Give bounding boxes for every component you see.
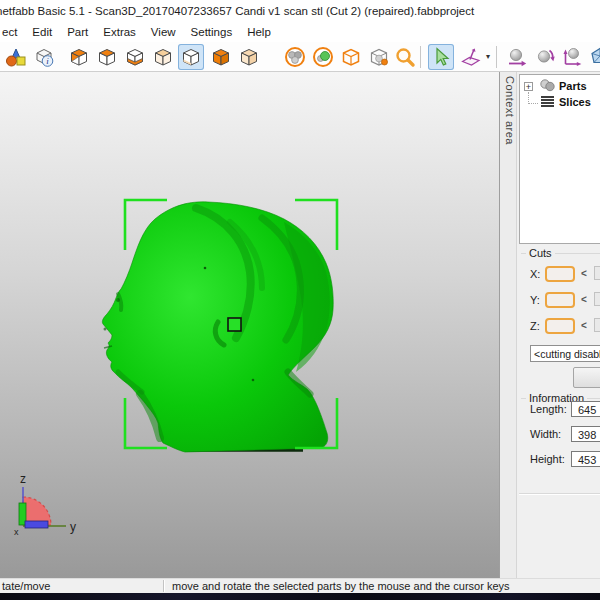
parts-icon <box>539 78 556 92</box>
menu-item-project[interactable]: ect <box>2 26 17 38</box>
bounding-box-icon <box>340 46 362 68</box>
rotate-view-tool-button[interactable] <box>458 44 484 70</box>
view-bottom-cube-icon <box>124 46 146 68</box>
y-axis-bar <box>25 521 48 528</box>
view-front-cube-icon <box>210 46 232 68</box>
platform-part-button[interactable] <box>366 44 392 70</box>
height-label: Height: <box>530 453 565 465</box>
y-axis-label: y <box>70 520 76 534</box>
cut-y-input[interactable] <box>545 292 575 308</box>
slices-icon <box>541 96 554 107</box>
view-top-cube-icon <box>96 46 118 68</box>
cuts-group-title: Cuts <box>526 247 555 259</box>
context-panel-content: + Parts Slices Cuts X: < Y: < Z: < <cutt… <box>517 72 600 578</box>
part-info-button[interactable]: i <box>31 44 57 70</box>
length-value: 645 <box>571 401 600 417</box>
show-selected-part-icon <box>312 46 334 68</box>
view-bottom-button[interactable] <box>122 44 148 70</box>
cut-y-slider-arrow[interactable]: < <box>581 294 587 305</box>
view-rear-button[interactable] <box>150 44 176 70</box>
execute-cut-button[interactable] <box>573 367 600 388</box>
length-label: Length: <box>530 403 567 415</box>
menu-item-edit[interactable]: Edit <box>32 26 52 38</box>
width-value: 398 <box>571 426 600 442</box>
rotate-view-dropdown-caret[interactable]: ▾ <box>486 52 490 61</box>
part-info-icon: i <box>33 46 55 68</box>
mesh-edit-icon <box>589 46 600 68</box>
menu-item-part[interactable]: Part <box>67 26 88 38</box>
bounding-box-button[interactable] <box>338 44 364 70</box>
rotate-part-button[interactable] <box>532 44 558 70</box>
cut-x-slider[interactable] <box>594 266 600 280</box>
toolbar-separator-2 <box>496 46 497 68</box>
rotate-view-tool-icon <box>460 46 482 68</box>
x-axis-label: x <box>14 527 19 537</box>
menu-bar: ect Edit Part Extras View Settings Help <box>0 22 600 42</box>
cut-z-label: Z: <box>530 320 544 332</box>
tree-connector-h <box>528 103 538 104</box>
show-parts-icon <box>284 46 306 68</box>
panel-separator <box>519 493 600 494</box>
cut-y-label: Y: <box>530 294 544 306</box>
parts-tree[interactable]: + Parts Slices <box>519 74 600 244</box>
view-front-button[interactable] <box>208 44 234 70</box>
select-cursor-button[interactable] <box>428 44 454 70</box>
primitives-button[interactable] <box>3 44 29 70</box>
model-head[interactable] <box>102 202 333 452</box>
view-right-cube-icon <box>180 46 202 68</box>
view-iso-button[interactable] <box>236 44 262 70</box>
view-top-button[interactable] <box>94 44 120 70</box>
z-axis-label: z <box>20 472 26 486</box>
cut-x-label: X: <box>530 268 544 280</box>
move-part-button[interactable] <box>504 44 530 70</box>
cut-z-slider[interactable] <box>594 318 600 332</box>
status-divider <box>163 580 164 592</box>
axes-widget: z y x <box>14 472 76 537</box>
view-iso-cube-icon <box>238 46 260 68</box>
status-mode: tate/move <box>2 579 50 593</box>
status-bar: tate/move move and rotate the selected p… <box>0 578 600 593</box>
cut-x-slider-arrow[interactable]: < <box>581 268 587 279</box>
height-value: 453 <box>571 451 600 467</box>
toolbar-separator <box>420 46 421 68</box>
mesh-edit-button[interactable] <box>587 44 600 70</box>
tree-item-parts[interactable]: Parts <box>559 80 587 92</box>
window-title: netfabb Basic 5.1 - Scan3D_2017040723365… <box>0 0 600 22</box>
tree-item-slices[interactable]: Slices <box>559 96 591 108</box>
context-panel: Context area + Parts Slices Cuts X: < Y:… <box>499 72 600 578</box>
tree-expander[interactable]: + <box>524 82 533 91</box>
zoom-icon <box>394 46 416 68</box>
move-axes-icon <box>561 46 583 68</box>
move-part-icon <box>506 46 528 68</box>
show-parts-button[interactable] <box>282 44 308 70</box>
show-selected-part-button[interactable] <box>310 44 336 70</box>
select-cursor-icon <box>430 46 452 68</box>
menu-item-settings[interactable]: Settings <box>191 26 233 38</box>
menu-item-help[interactable]: Help <box>247 26 271 38</box>
cutting-mode-dropdown[interactable]: <cutting disabled> <box>530 345 600 362</box>
cut-x-input[interactable] <box>545 266 575 282</box>
cut-z-slider-arrow[interactable]: < <box>581 320 587 331</box>
zoom-button[interactable] <box>392 44 418 70</box>
3d-viewport[interactable]: z y x <box>0 72 499 578</box>
cut-z-input[interactable] <box>545 318 575 334</box>
menu-item-extras[interactable]: Extras <box>103 26 136 38</box>
context-area-tab[interactable]: Context area <box>500 72 517 578</box>
rotation-center-handle[interactable] <box>228 318 241 331</box>
view-rear-cube-icon <box>152 46 174 68</box>
view-right-button[interactable] <box>178 44 204 70</box>
taskbar-edge <box>0 593 600 600</box>
move-axes-button[interactable] <box>559 44 585 70</box>
width-label: Width: <box>530 428 561 440</box>
status-hint: move and rotate the selected parts by th… <box>172 579 510 593</box>
menu-item-view[interactable]: View <box>151 26 176 38</box>
cut-y-slider[interactable] <box>594 292 600 306</box>
view-back-button[interactable] <box>66 44 92 70</box>
rotate-part-icon <box>534 46 556 68</box>
primitives-icon <box>5 46 27 68</box>
view-back-cube-icon <box>68 46 90 68</box>
toolbar: i <box>0 42 600 72</box>
platform-part-icon <box>368 46 390 68</box>
